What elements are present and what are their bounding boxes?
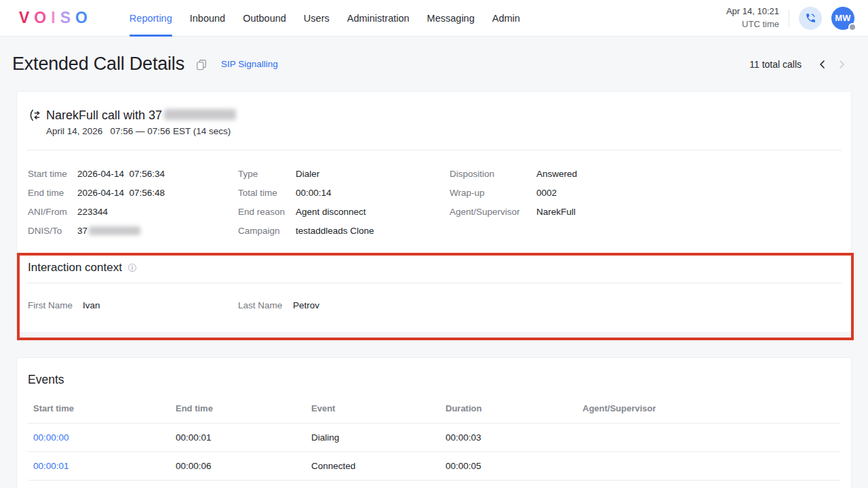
logo-letter: O <box>75 9 88 27</box>
call-title-text: NarekFull call with 37 <box>46 108 162 122</box>
main-nav: ReportingInboundOutboundUsersAdministrat… <box>121 0 529 37</box>
event-name: Dialing <box>306 424 440 452</box>
detail-row: TypeDialer <box>238 168 450 180</box>
context-divider <box>26 283 842 283</box>
logo-letter: O <box>34 9 47 27</box>
voiso-logo[interactable]: VOISO <box>19 9 92 27</box>
nav-item-admin[interactable]: Admin <box>484 0 529 37</box>
call-details-card: NarekFull call with 37 April 14, 2026 07… <box>16 91 852 333</box>
logo-letter: S <box>60 9 71 27</box>
avatar-initials: MW <box>835 13 851 23</box>
detail-row: Start time2026-04-14 07:56:34 <box>28 168 238 180</box>
detail-label: Disposition <box>450 168 536 180</box>
context-fields: First NameIvanLast NamePetrov <box>28 300 840 319</box>
detail-value: testaddleads Clone <box>296 225 374 237</box>
detail-label: Total time <box>238 187 296 199</box>
events-column-header: Start time <box>28 402 170 424</box>
event-duration: 00:00:05 <box>440 452 577 481</box>
main-content: NarekFull call with 37 April 14, 2026 07… <box>0 91 868 488</box>
logo-letter: I <box>51 9 56 27</box>
clock-date: Apr 14, 10:21 <box>726 5 779 18</box>
topbar-right: Apr 14, 10:21 UTC time MW <box>726 5 854 30</box>
detail-label: Wrap-up <box>450 187 536 199</box>
call-subtitle: April 14, 2026 07:56 — 07:56 EST (14 sec… <box>46 126 236 136</box>
call-head: NarekFull call with 37 April 14, 2026 07… <box>17 92 851 136</box>
redacted-phone-number <box>164 109 236 120</box>
details-column: TypeDialerTotal time00:00:14End reasonAg… <box>238 168 450 244</box>
event-name: Talk <box>306 481 440 488</box>
details-column: Start time2026-04-14 07:56:34End time202… <box>28 168 238 244</box>
detail-label: Agent/Supervisor <box>450 206 536 218</box>
detail-value: 0002 <box>536 187 557 199</box>
events-header-row: Start timeEnd timeEventDurationAgent/Sup… <box>28 402 840 424</box>
context-info-button[interactable] <box>127 263 137 272</box>
call-details-grid: Start time2026-04-14 07:56:34End time202… <box>17 150 851 253</box>
detail-value: Answered <box>536 168 577 180</box>
events-column-header: End time <box>170 402 306 424</box>
events-row: 00:00:0000:00:01Dialing00:00:03 <box>28 424 840 452</box>
status-dot <box>848 23 856 31</box>
detail-label: ANI/From <box>28 206 77 218</box>
logo-letter: V <box>19 9 30 27</box>
events-row: 00:00:0600:00:11Talk00:00:05NarekFull <box>28 481 840 488</box>
copy-icon <box>195 58 208 70</box>
detail-row: DispositionAnswered <box>450 168 840 180</box>
event-agent <box>577 424 840 452</box>
topbar: VOISO ReportingInboundOutboundUsersAdmin… <box>0 0 868 37</box>
details-column: DispositionAnsweredWrap-up0002Agent/Supe… <box>450 168 840 244</box>
event-start-time-link[interactable]: 00:00:01 <box>28 452 170 481</box>
call-pager: 11 total calls <box>749 57 852 72</box>
detail-row: Campaigntestaddleads Clone <box>238 225 450 237</box>
detail-label: End time <box>28 187 77 199</box>
previous-call-button[interactable] <box>812 57 832 72</box>
context-field-label: First Name <box>28 300 83 312</box>
detail-row: ANI/From223344 <box>28 206 238 218</box>
page-title: Extended Call Details <box>12 54 184 75</box>
event-end-time: 00:00:06 <box>170 452 306 481</box>
nav-item-inbound[interactable]: Inbound <box>181 0 234 37</box>
events-column-header: Agent/Supervisor <box>577 402 840 424</box>
call-head-text: NarekFull call with 37 April 14, 2026 07… <box>46 108 236 136</box>
context-field-label: Last Name <box>238 300 293 312</box>
context-field: Last NamePetrov <box>238 300 840 312</box>
detail-label: DNIS/To <box>28 225 77 237</box>
topbar-divider <box>789 9 789 27</box>
nav-item-outbound[interactable]: Outbound <box>234 0 295 37</box>
context-field: First NameIvan <box>28 300 238 312</box>
next-call-button[interactable] <box>832 57 852 72</box>
event-start-time-link[interactable]: 00:00:00 <box>28 424 170 452</box>
event-agent <box>577 452 840 481</box>
sip-signalling-link[interactable]: SIP Signalling <box>221 59 278 69</box>
event-name: Connected <box>306 452 440 481</box>
detail-value: 2026-04-14 07:56:48 <box>77 187 165 199</box>
user-avatar[interactable]: MW <box>831 7 854 30</box>
detail-value: 2026-04-14 07:56:34 <box>77 168 165 180</box>
phone-icon <box>805 12 816 24</box>
chevron-right-icon <box>837 60 846 69</box>
detail-label: Campaign <box>238 225 296 237</box>
detail-value: 37 <box>77 225 140 237</box>
detail-label: End reason <box>238 206 296 218</box>
nav-item-users[interactable]: Users <box>295 0 338 37</box>
events-row: 00:00:0100:00:06Connected00:00:05 <box>28 452 840 481</box>
softphone-button[interactable] <box>799 7 822 30</box>
total-calls-label: 11 total calls <box>749 59 802 70</box>
nav-item-reporting[interactable]: Reporting <box>121 0 181 37</box>
nav-item-administration[interactable]: Administration <box>338 0 418 37</box>
detail-value: 223344 <box>77 206 108 218</box>
context-field-value: Petrov <box>293 300 319 312</box>
call-title: NarekFull call with 37 <box>46 108 236 123</box>
chevron-left-icon <box>818 60 827 69</box>
interaction-context-title: Interaction context <box>28 261 122 274</box>
event-agent: NarekFull <box>577 481 840 488</box>
detail-value: 00:00:14 <box>296 187 332 199</box>
detail-value: NarekFull <box>536 206 576 218</box>
event-end-time: 00:00:01 <box>170 424 306 452</box>
utc-clock: Apr 14, 10:21 UTC time <box>726 5 779 30</box>
event-start-time-link[interactable]: 00:00:06 <box>28 481 170 488</box>
detail-row: End time2026-04-14 07:56:48 <box>28 187 238 199</box>
copy-button[interactable] <box>195 58 208 70</box>
nav-item-messaging[interactable]: Messaging <box>418 0 484 37</box>
detail-value: Dialer <box>296 168 319 180</box>
detail-row: End reasonAgent disconnect <box>238 206 450 218</box>
